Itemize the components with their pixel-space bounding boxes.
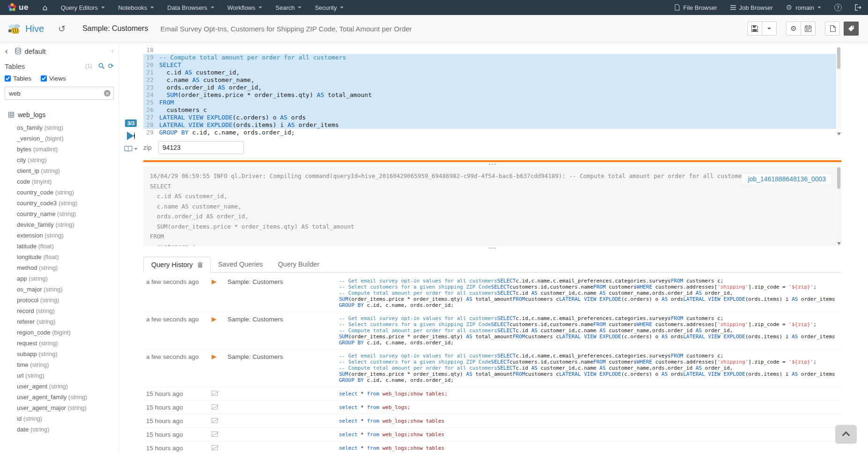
history-row[interactable]: a few seconds agoSample: Customers-- Get… — [143, 312, 841, 349]
clear-history-icon[interactable] — [198, 262, 203, 268]
editor-line[interactable]: 26 customers c — [143, 106, 841, 114]
refresh-tables-button[interactable]: ⟳ — [108, 62, 114, 70]
menu-security[interactable]: Security — [308, 0, 350, 15]
menu-workflows[interactable]: Workflows — [221, 0, 269, 15]
column-item[interactable]: os_major (string) — [0, 284, 118, 295]
column-item[interactable]: user_agent_family (string) — [0, 392, 118, 402]
editor-line[interactable]: 24 SUM(order_items.price * order_items.q… — [143, 91, 841, 99]
job-browser-button[interactable]: Job Browser — [724, 0, 780, 15]
history-query-sql[interactable]: -- Get email survey opt-in values for al… — [339, 315, 841, 346]
column-item[interactable]: country_code (string) — [0, 187, 118, 198]
column-item[interactable]: subapp (string) — [0, 349, 118, 359]
scroll-to-top-button[interactable] — [835, 425, 857, 444]
column-item[interactable]: longitude (float) — [0, 252, 118, 262]
history-row[interactable]: 15 hours agoselect * from web_logs;show … — [143, 427, 841, 441]
docs-book-button[interactable] — [124, 146, 138, 152]
editor-line[interactable]: 25FROM — [143, 99, 841, 106]
back-icon[interactable]: ‹ — [5, 47, 8, 56]
editor-line[interactable]: 29GROUP BY c.id, c.name, ords.order_id; — [143, 129, 841, 136]
home-button[interactable]: ⌂ — [36, 0, 54, 15]
variable-zip-input[interactable] — [158, 141, 244, 154]
history-row[interactable]: 15 hours agoselect * from web_logs;show … — [143, 387, 841, 400]
column-item[interactable]: referer (string) — [0, 316, 118, 327]
editor-line[interactable]: 21 c.id AS customer_id, — [143, 69, 841, 76]
column-item[interactable]: user_agent_major (string) — [0, 402, 118, 413]
history-query-sql[interactable]: select * from web_logs; — [339, 404, 841, 410]
filter-tables-checkbox[interactable]: Tables — [5, 75, 31, 82]
parameters-button[interactable] — [844, 22, 859, 36]
new-document-button[interactable] — [825, 22, 840, 36]
column-item[interactable]: code (tinyint) — [0, 176, 118, 187]
file-browser-button[interactable]: File Browser — [668, 0, 723, 15]
results-resize-handle[interactable] — [143, 246, 841, 250]
editor-line[interactable]: 22 c.name AS customer_name, — [143, 76, 841, 84]
history-row[interactable]: a few seconds agoSample: Customers-- Get… — [143, 349, 841, 387]
history-query-name[interactable]: Sample: Customers — [228, 353, 339, 360]
column-item[interactable]: os_family (string) — [0, 122, 118, 133]
scroll-down-icon[interactable] — [837, 133, 841, 135]
column-item[interactable]: _version_ (bigint) — [0, 133, 118, 144]
scrollbar-thumb[interactable] — [837, 167, 840, 189]
search-tables-button[interactable] — [98, 63, 105, 69]
history-row[interactable]: 15 hours agoselect * from web_logs;show … — [143, 441, 841, 454]
editor-line[interactable]: 20SELECT — [143, 61, 841, 69]
editor-line[interactable]: 19-- Compute total amount per order for … — [143, 54, 841, 61]
column-item[interactable]: user_agent (string) — [0, 381, 118, 392]
tab-query-builder[interactable]: Query Builder — [271, 257, 327, 272]
column-item[interactable]: method (string) — [0, 262, 118, 273]
collapse-assist-icon[interactable]: ‹ — [111, 47, 114, 55]
log-resize-handle[interactable] — [143, 162, 841, 166]
history-query-name[interactable]: Sample: Customers — [228, 315, 339, 323]
history-query-sql[interactable]: select * from web_logs;show tables — [339, 418, 841, 424]
history-query-sql[interactable]: select * from web_logs;show tables; — [339, 391, 841, 397]
column-item[interactable]: record (string) — [0, 305, 118, 316]
tables-checkbox-input[interactable] — [5, 75, 11, 82]
column-item[interactable]: device_family (string) — [0, 219, 118, 230]
views-checkbox-input[interactable] — [41, 75, 47, 82]
logout-button[interactable] — [848, 0, 868, 15]
table-search-input[interactable] — [5, 87, 114, 100]
job-link[interactable]: job_1461888648136_0003 — [742, 173, 832, 185]
column-item[interactable]: latitude (float) — [0, 241, 118, 252]
column-item[interactable]: region_code (bigint) — [0, 327, 118, 338]
clear-search-icon[interactable]: × — [104, 90, 110, 97]
history-row[interactable]: 15 hours agoselect * from web_logs;show … — [143, 414, 841, 427]
log-scrollbar[interactable] — [836, 166, 841, 246]
history-query-sql[interactable]: -- Get email survey opt-in values for al… — [339, 353, 841, 383]
editor-scrollbar[interactable] — [836, 46, 841, 136]
column-item[interactable]: url (string) — [0, 370, 118, 381]
column-item[interactable]: time (string) — [0, 359, 118, 370]
scrollbar-thumb[interactable] — [837, 47, 840, 69]
save-options-caret-button[interactable] — [762, 22, 777, 36]
query-history-icon-button[interactable]: ↺ — [58, 23, 66, 34]
menu-query-editors[interactable]: Query Editors — [54, 0, 111, 15]
database-name[interactable]: default — [25, 47, 46, 55]
column-item[interactable]: protocol (string) — [0, 295, 118, 305]
history-query-name[interactable]: Sample: Customers — [228, 278, 339, 285]
filter-views-checkbox[interactable]: Views — [41, 75, 66, 82]
scroll-down-icon[interactable] — [837, 242, 841, 245]
column-item[interactable]: app (string) — [0, 273, 118, 284]
user-menu[interactable]: ⚙ romain — [780, 0, 828, 15]
history-row[interactable]: 15 hours agoselect * from web_logs; — [143, 400, 841, 414]
column-item[interactable]: bytes (smallint) — [0, 144, 118, 155]
column-item[interactable]: city (string) — [0, 155, 118, 165]
menu-data-browsers[interactable]: Data Browsers — [161, 0, 221, 15]
column-item[interactable]: extension (string) — [0, 230, 118, 241]
menu-notebooks[interactable]: Notebooks — [111, 0, 161, 15]
history-query-sql[interactable]: select * from web_logs;show tables — [339, 445, 841, 451]
editor-line[interactable]: 27LATERAL VIEW EXPLODE(c.orders) o AS or… — [143, 114, 841, 121]
history-query-sql[interactable]: -- Get email survey opt-in values for al… — [339, 278, 841, 308]
column-item[interactable]: date (string) — [0, 424, 118, 435]
code-editor[interactable]: 1819-- Compute total amount per order fo… — [143, 46, 841, 136]
save-button[interactable] — [747, 22, 762, 36]
column-item[interactable]: country_code3 (string) — [0, 198, 118, 208]
editor-line[interactable]: 28LATERAL VIEW EXPLODE(ords.items) i AS … — [143, 121, 841, 129]
table-item-web-logs[interactable]: web_logs — [0, 109, 118, 120]
column-item[interactable]: client_ip (string) — [0, 165, 118, 176]
history-row[interactable]: a few seconds agoSample: Customers-- Get… — [143, 275, 841, 312]
menu-search[interactable]: Search — [269, 0, 308, 15]
execute-button[interactable] — [127, 132, 135, 140]
tab-query-history[interactable]: Query History — [143, 257, 211, 273]
settings-button[interactable]: ⚙ — [786, 22, 801, 36]
